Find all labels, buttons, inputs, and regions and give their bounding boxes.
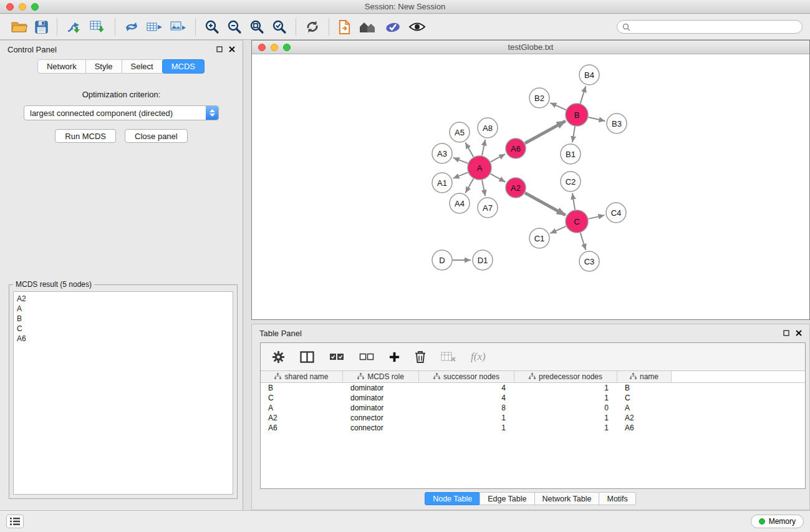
column-header-predecessor-nodes[interactable]: predecessor nodes (514, 371, 617, 382)
task-history-button[interactable] (6, 515, 24, 528)
tab-mcds[interactable]: MCDS (162, 59, 205, 74)
node-A2[interactable]: A2 (506, 178, 526, 198)
add-row-button[interactable] (388, 351, 401, 364)
edge-C-C3[interactable] (581, 233, 586, 250)
column-header-successor-nodes[interactable]: successor nodes (419, 371, 514, 382)
node-A1[interactable]: A1 (432, 173, 452, 193)
column-header-name[interactable]: name (617, 371, 672, 382)
control-panel-close-icon[interactable] (229, 46, 235, 52)
zoom-selected-button[interactable] (268, 17, 291, 36)
column-header-shared-name[interactable]: shared name (261, 371, 343, 382)
search-box[interactable] (617, 20, 803, 34)
zoom-in-button[interactable] (201, 17, 223, 36)
tab-select[interactable]: Select (122, 59, 163, 74)
node-C3[interactable]: C3 (579, 251, 599, 271)
close-panel-button[interactable]: Close panel (125, 129, 188, 143)
edge-C-C1[interactable] (550, 226, 566, 233)
edge-A-A4[interactable] (465, 178, 473, 193)
edge-A-A1[interactable] (453, 172, 468, 178)
network-close-button[interactable] (258, 44, 266, 51)
edge-A2-C[interactable] (525, 193, 566, 215)
edge-C-C4[interactable] (589, 215, 605, 219)
import-network-button[interactable] (62, 18, 86, 36)
node-C1[interactable]: C1 (529, 228, 549, 248)
edge-B-B4[interactable] (581, 86, 586, 104)
node-B3[interactable]: B3 (607, 114, 627, 133)
criterion-dropdown[interactable]: largest connected component (directed) (24, 105, 219, 120)
table-row[interactable]: Bdominator41B (261, 383, 805, 393)
tab-motifs[interactable]: Motifs (599, 492, 635, 505)
mcds-result-list[interactable]: A2ABCA6 (13, 291, 233, 495)
edge-B-B1[interactable] (572, 127, 575, 142)
memory-button[interactable]: Memory (751, 515, 804, 528)
edge-A6-B[interactable] (525, 121, 566, 143)
node-A3[interactable]: A3 (432, 143, 452, 163)
node-C[interactable]: C (566, 210, 588, 233)
control-panel-float-icon[interactable] (216, 46, 223, 52)
network-zoom-button[interactable] (283, 44, 291, 51)
edge-A-A5[interactable] (465, 143, 473, 157)
edge-B-B3[interactable] (589, 117, 605, 121)
edge-A-A8[interactable] (482, 140, 485, 156)
node-D1[interactable]: D1 (473, 250, 493, 270)
edge-C-C2[interactable] (572, 193, 575, 210)
export-table-button[interactable] (143, 18, 166, 36)
unselect-all-button[interactable] (358, 351, 375, 362)
node-A7[interactable]: A7 (478, 198, 498, 218)
zoom-fit-button[interactable] (246, 17, 268, 36)
node-A6[interactable]: A6 (506, 138, 526, 158)
node-A8[interactable]: A8 (478, 118, 498, 138)
table-panel-close-icon[interactable] (796, 330, 802, 336)
close-window-button[interactable] (6, 3, 14, 11)
network-canvas[interactable]: AA1A2A3A4A5A6A7A8BB1B2B3B4CC1C2C3C4DD1 (252, 55, 809, 319)
tab-edge-table[interactable]: Edge Table (480, 492, 534, 505)
table-row[interactable]: A6connector11A6 (261, 423, 805, 433)
node-C4[interactable]: C4 (606, 203, 626, 223)
tab-node-table[interactable]: Node Table (425, 492, 480, 505)
node-C2[interactable]: C2 (561, 172, 581, 191)
table-settings-button[interactable] (271, 349, 286, 365)
show-graphics-details-button[interactable] (405, 19, 430, 34)
delete-table-button[interactable] (440, 350, 457, 364)
table-panel-float-icon[interactable] (783, 330, 789, 336)
edge-A-A7[interactable] (482, 180, 485, 196)
minimize-window-button[interactable] (19, 3, 26, 11)
node-B2[interactable]: B2 (529, 88, 549, 108)
node-D[interactable]: D (432, 250, 452, 270)
table-row[interactable]: Cdominator41C (261, 393, 805, 403)
open-file-button[interactable] (7, 19, 31, 35)
run-mcds-button[interactable]: Run MCDS (55, 129, 116, 143)
node-A4[interactable]: A4 (450, 193, 470, 213)
zoom-out-button[interactable] (223, 17, 246, 36)
node-A5[interactable]: A5 (450, 122, 470, 142)
network-minimize-button[interactable] (271, 44, 278, 51)
tab-network-table[interactable]: Network Table (534, 492, 600, 505)
home-button[interactable] (355, 18, 381, 36)
refresh-view-button[interactable] (301, 17, 324, 36)
zoom-window-button[interactable] (31, 3, 39, 11)
function-builder-button[interactable]: f(x) (470, 349, 487, 364)
search-input[interactable] (634, 22, 797, 31)
save-session-button[interactable] (31, 19, 52, 36)
show-columns-button[interactable] (299, 350, 316, 364)
export-network-button[interactable] (120, 18, 143, 36)
select-all-button[interactable] (328, 351, 345, 362)
edge-A-A6[interactable] (491, 154, 506, 162)
export-image-button[interactable] (166, 18, 190, 36)
edge-A-A3[interactable] (453, 158, 468, 163)
node-B4[interactable]: B4 (579, 65, 599, 85)
node-A[interactable]: A (468, 156, 491, 180)
node-B1[interactable]: B1 (561, 144, 581, 164)
style-check-button[interactable] (381, 18, 405, 36)
import-table-button[interactable] (86, 18, 110, 36)
tab-network[interactable]: Network (37, 59, 86, 74)
column-header-mcds-role[interactable]: MCDS role (343, 371, 419, 382)
node-B[interactable]: B (566, 104, 588, 126)
table-row[interactable]: A2connector11A2 (261, 413, 805, 423)
edge-A-A2[interactable] (491, 174, 506, 182)
edge-B-B2[interactable] (550, 103, 566, 110)
open-session-file-button[interactable] (334, 18, 355, 36)
delete-row-button[interactable] (413, 349, 427, 364)
table-row[interactable]: Adominator80A (261, 403, 805, 413)
tab-style[interactable]: Style (85, 59, 122, 74)
